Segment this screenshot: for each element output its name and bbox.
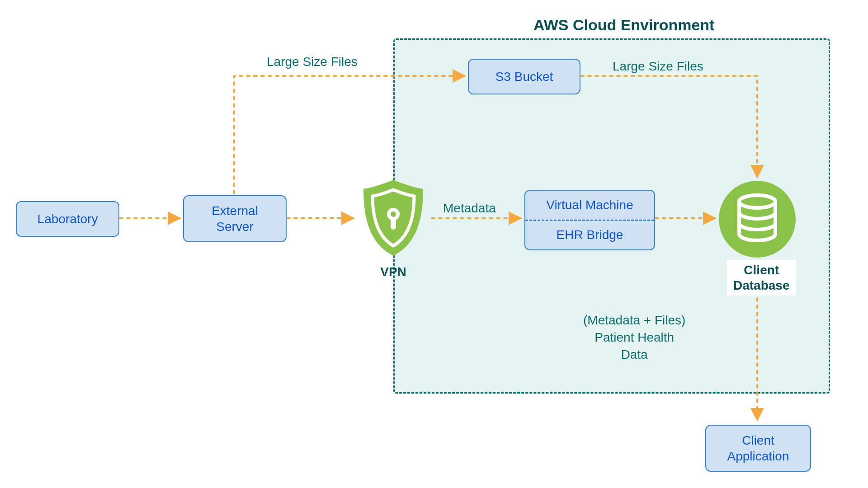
diagram-stage: AWS Cloud Environment Laboratory Externa… bbox=[0, 0, 868, 488]
node-vm-bottom-label: EHR Bridge bbox=[525, 221, 654, 250]
aws-cloud-title: AWS Cloud Environment bbox=[533, 16, 714, 34]
edge-label-large-files-2: Large Size Files bbox=[613, 58, 703, 75]
database-icon bbox=[735, 193, 780, 245]
node-vpn-label: VPN bbox=[380, 265, 406, 279]
svg-point-3 bbox=[739, 195, 775, 208]
node-laboratory: Laboratory bbox=[16, 201, 119, 237]
node-client-application: Client Application bbox=[705, 425, 811, 472]
node-s3-bucket: S3 Bucket bbox=[468, 59, 580, 94]
node-vpn: VPN bbox=[357, 177, 429, 279]
node-external-server: External Server bbox=[183, 195, 287, 242]
node-client-database-label: Client Database bbox=[727, 260, 796, 296]
edge-label-metadata: Metadata bbox=[443, 200, 496, 217]
edge-label-patient-health-data: (Metadata + Files) Patient Health Data bbox=[583, 312, 685, 363]
edge-label-large-files-1: Large Size Files bbox=[267, 53, 358, 70]
node-vm-top-label: Virtual Machine bbox=[525, 191, 654, 220]
svg-point-2 bbox=[391, 211, 396, 217]
svg-rect-1 bbox=[391, 217, 396, 230]
node-client-database bbox=[719, 181, 796, 258]
shield-icon bbox=[357, 177, 429, 260]
node-virtual-machine: Virtual Machine EHR Bridge bbox=[524, 190, 655, 250]
